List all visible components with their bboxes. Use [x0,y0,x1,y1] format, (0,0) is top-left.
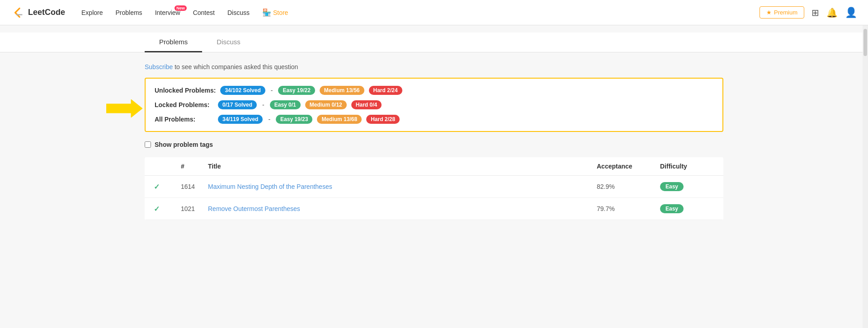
show-tags-checkbox[interactable] [145,141,151,148]
problems-table: # Title Acceptance Difficulty ✓ 1614 Max… [145,157,723,220]
store-icon: 🏪 [262,8,271,17]
leetcode-logo-icon [11,5,25,20]
col-title: Title [208,163,597,170]
premium-button[interactable]: ★ Premium [760,6,804,19]
navbar: LeetCode Explore Problems Interview New … [0,0,868,25]
show-tags-label: Show problem tags [155,141,213,148]
interview-new-badge: New [175,5,187,11]
difficulty-badge: Easy [660,182,714,191]
content-area: Subscribe to see which companies asked t… [0,52,868,231]
difficulty-badge: Easy [660,204,714,213]
solved-checkmark: ✓ [154,183,181,191]
subscribe-text: Subscribe to see which companies asked t… [145,63,723,70]
nav-links: Explore Problems Interview New Contest D… [76,5,760,19]
tab-problems[interactable]: Problems [145,33,202,52]
stats-section: Unlocked Problems: 34/102 Solved - Easy … [145,78,723,141]
scrollbar-thumb[interactable] [863,29,867,56]
all-easy-badge: Easy 19/23 [276,115,312,124]
stats-box: Unlocked Problems: 34/102 Solved - Easy … [145,78,723,132]
logo-text: LeetCode [28,8,65,17]
tab-discuss[interactable]: Discuss [202,33,255,52]
show-tags-row: Show problem tags [145,141,723,148]
locked-solved-badge: 0/17 Solved [218,100,257,109]
problem-number: 1021 [181,205,208,212]
locked-easy-badge: Easy 0/1 [270,100,301,109]
table-row: ✓ 1614 Maximum Nesting Depth of the Pare… [145,176,723,198]
locked-medium-badge: Medium 0/12 [305,100,347,109]
all-stats-row: All Problems: 34/119 Solved - Easy 19/23… [155,115,713,124]
subscribe-link[interactable]: Subscribe [145,63,173,70]
unlocked-easy-badge: Easy 19/22 [278,86,315,95]
all-label: All Problems: [155,116,213,123]
col-number: # [181,163,208,170]
locked-label: Locked Problems: [155,101,213,108]
user-avatar-icon[interactable]: 👤 [845,7,857,19]
unlocked-label: Unlocked Problems: [155,87,216,94]
svg-marker-0 [106,99,142,117]
solved-checkmark: ✓ [154,205,181,213]
table-header: # Title Acceptance Difficulty [145,157,723,176]
arrow-icon [106,97,142,120]
star-icon: ★ [766,9,772,16]
acceptance-rate: 79.7% [597,205,660,212]
all-solved-badge: 34/119 Solved [218,115,263,124]
add-question-icon[interactable]: ⊞ [811,7,819,18]
locked-hard-badge: Hard 0/4 [351,100,382,109]
logo[interactable]: LeetCode [11,5,65,20]
notification-icon[interactable]: 🔔 [826,7,838,18]
navbar-right: ★ Premium ⊞ 🔔 👤 [760,6,857,19]
nav-discuss[interactable]: Discuss [222,6,255,19]
nav-store[interactable]: 🏪 Store [257,5,293,19]
col-status [154,163,181,170]
nav-explore[interactable]: Explore [76,6,108,19]
nav-interview[interactable]: Interview New [150,6,186,19]
col-difficulty: Difficulty [660,163,714,170]
nav-contest[interactable]: Contest [188,6,220,19]
problem-title-link[interactable]: Maximum Nesting Depth of the Parentheses [208,183,597,190]
problem-title-link[interactable]: Remove Outermost Parentheses [208,205,597,212]
col-acceptance: Acceptance [597,163,660,170]
scrollbar[interactable] [863,25,868,328]
unlocked-stats-row: Unlocked Problems: 34/102 Solved - Easy … [155,86,713,95]
locked-stats-row: Locked Problems: 0/17 Solved - Easy 0/1 … [155,100,713,109]
tabs-bar: Problems Discuss [0,33,868,52]
all-hard-badge: Hard 2/28 [366,115,400,124]
unlocked-medium-badge: Medium 13/56 [320,86,364,95]
acceptance-rate: 82.9% [597,183,660,190]
problem-number: 1614 [181,183,208,190]
nav-problems[interactable]: Problems [110,6,147,19]
unlocked-solved-badge: 34/102 Solved [220,86,265,95]
unlocked-hard-badge: Hard 2/24 [369,86,402,95]
all-medium-badge: Medium 13/68 [317,115,362,124]
table-row: ✓ 1021 Remove Outermost Parentheses 79.7… [145,198,723,220]
arrow-indicator [106,97,142,122]
